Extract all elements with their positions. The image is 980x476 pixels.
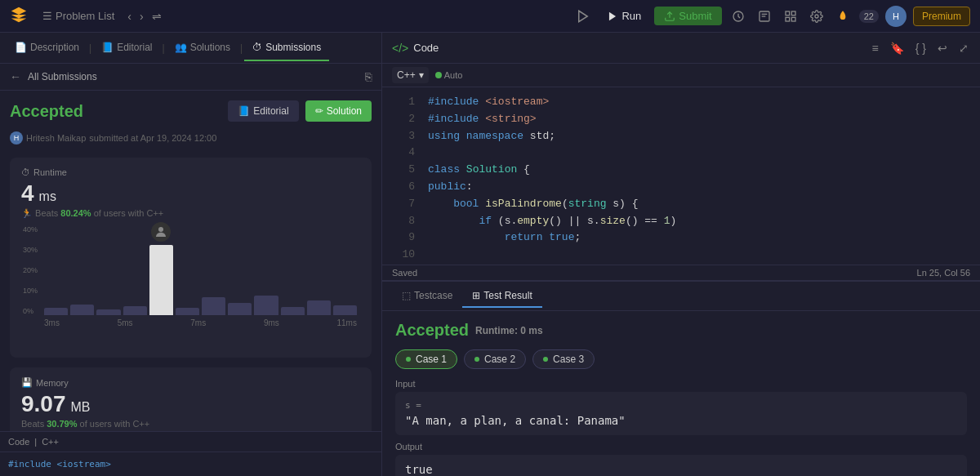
runtime-chart: 40% 30% 20% 10% 0% xyxy=(21,225,360,348)
submitted-at: submitted at Apr 19, 2024 12:00 xyxy=(89,133,216,143)
chart-bar-12 xyxy=(333,305,357,315)
code-line-7: 7 bool isPalindrome(string s) { xyxy=(382,196,980,213)
expand-btn[interactable]: ⤢ xyxy=(957,40,970,56)
chart-bar-4 xyxy=(123,306,147,315)
auto-label: Auto xyxy=(444,70,463,80)
case-3-tab[interactable]: Case 3 xyxy=(532,349,595,369)
testcase-tab[interactable]: ⬚ Testcase xyxy=(392,285,462,308)
tab-sep-2: | xyxy=(161,42,167,54)
bottom-tabs: ⬚ Testcase ⊞ Test Result xyxy=(382,282,980,311)
code-footer: Code | C++ xyxy=(0,431,381,452)
debug-icon-btn[interactable] xyxy=(572,6,594,27)
code-footer-sep: | xyxy=(34,437,37,447)
code-line-11: 11 string str; xyxy=(382,264,980,265)
svg-point-11 xyxy=(815,15,818,18)
language-selector[interactable]: C++ ▾ xyxy=(392,67,429,83)
logo[interactable] xyxy=(10,6,28,27)
chart-bar-1 xyxy=(44,308,68,315)
format-btn[interactable]: ≡ xyxy=(871,40,880,56)
premium-button[interactable]: Premium xyxy=(913,7,970,26)
memory-icon: 💾 xyxy=(21,377,33,388)
memory-card: 💾 Memory 9.07 MB Beats 30.79% of users w… xyxy=(10,367,372,431)
solution-btn-icon: ✏ xyxy=(315,105,323,117)
output-box: true xyxy=(395,455,967,476)
code-editor-title: Code xyxy=(413,42,439,54)
chart-bar-7 xyxy=(202,297,225,315)
grid-icon-btn[interactable] xyxy=(781,7,800,26)
testresult-tab[interactable]: ⊞ Test Result xyxy=(462,285,541,308)
case-2-dot xyxy=(474,357,479,362)
input-value: "A man, a plan, a canal: Panama" xyxy=(405,414,957,427)
chart-tooltip xyxy=(151,222,171,242)
undo-btn[interactable]: ↩ xyxy=(936,40,949,56)
run-button[interactable]: Run xyxy=(600,7,648,25)
copy-icon[interactable]: ⎘ xyxy=(365,70,372,83)
svg-rect-7 xyxy=(786,11,790,16)
code-editor-area[interactable]: 1 #include <iostream> 2 #include <string… xyxy=(382,87,980,265)
left-panel: 📄 Description | 📘 Editorial | 👥 Solution… xyxy=(0,33,382,476)
timer-icon-btn[interactable] xyxy=(728,7,748,26)
output-value: true xyxy=(405,463,957,476)
bookmark-btn[interactable]: 🔖 xyxy=(889,40,906,56)
user-avatar-small: H xyxy=(10,131,23,145)
chart-bar-2 xyxy=(70,305,94,315)
case-2-tab[interactable]: Case 2 xyxy=(464,349,526,369)
chart-bar-3 xyxy=(96,309,120,315)
notes-icon-btn[interactable] xyxy=(755,7,774,26)
lang-bar: C++ ▾ Auto xyxy=(382,64,980,87)
prev-problem-button[interactable]: ‹ xyxy=(124,8,135,24)
memory-pct: 30.79% xyxy=(47,419,77,429)
lang-label: C++ xyxy=(397,69,416,81)
memory-label: 💾 Memory xyxy=(21,377,360,388)
code-line-2: 2 #include <string> xyxy=(382,111,980,128)
code-footer-label: Code xyxy=(8,437,29,447)
input-label: Input xyxy=(395,379,967,389)
input-var: s = xyxy=(405,400,957,411)
code-preview: #include <iostream> xyxy=(0,452,381,476)
submissions-header: ← All Submissions ⎘ xyxy=(0,64,381,91)
chart-bar-6 xyxy=(176,308,199,315)
result-accepted: Accepted Runtime: 0 ms xyxy=(395,321,967,340)
shuffle-button[interactable]: ⇌ xyxy=(147,8,167,24)
tab-editorial[interactable]: 📘 Editorial xyxy=(93,35,160,61)
tab-solutions[interactable]: 👥 Solutions xyxy=(167,35,238,61)
case-1-tab[interactable]: Case 1 xyxy=(395,349,457,369)
code-line-1: 1 #include <iostream> xyxy=(382,94,980,111)
chart-bar-11 xyxy=(307,300,331,315)
case-tabs: Case 1 Case 2 Case 3 xyxy=(395,349,967,369)
user-avatar[interactable]: H xyxy=(885,6,906,27)
code-style-btn[interactable]: { } xyxy=(914,40,928,56)
description-icon: 📄 xyxy=(15,42,27,53)
fire-icon xyxy=(833,7,853,26)
code-line-5: 5 class Solution { xyxy=(382,162,980,179)
chart-bar-5-highlight xyxy=(149,245,173,315)
chart-bar-8 xyxy=(228,303,252,315)
code-toolbar: ≡ 🔖 { } ↩ ⤢ xyxy=(871,40,970,56)
problem-list-button[interactable]: ☰ Problem List xyxy=(36,7,121,25)
svg-marker-0 xyxy=(579,11,588,22)
submit-button[interactable]: Submit xyxy=(654,7,721,25)
tab-description[interactable]: 📄 Description xyxy=(7,35,87,61)
runtime-unit: ms xyxy=(39,189,56,204)
editorial-button[interactable]: 📘 Editorial xyxy=(228,100,298,122)
svg-marker-1 xyxy=(609,11,616,20)
tab-submissions[interactable]: ⏱ Submissions xyxy=(244,35,329,61)
code-bracket-icon: </> xyxy=(392,42,408,55)
runtime-pct: 80.24% xyxy=(60,208,91,218)
streak-count: 22 xyxy=(859,10,879,23)
beats-icon: 🏃 xyxy=(21,208,33,218)
settings-icon-btn[interactable] xyxy=(807,7,826,26)
chart-x-labels: 3ms 5ms 7ms 9ms 11ms xyxy=(21,315,360,327)
chevron-down-icon: ▾ xyxy=(419,69,424,81)
memory-unit: MB xyxy=(71,400,91,415)
next-problem-button[interactable]: › xyxy=(136,8,147,24)
testcase-tab-icon: ⬚ xyxy=(402,290,411,301)
clock-icon: ⏱ xyxy=(21,167,30,177)
code-line-3: 3 using namespace std; xyxy=(382,128,980,145)
right-panel: </> Code ≡ 🔖 { } ↩ ⤢ C++ ▾ Auto xyxy=(382,33,980,476)
code-line-9: 9 return true; xyxy=(382,229,980,247)
back-button[interactable]: ← xyxy=(10,70,21,83)
svg-rect-9 xyxy=(786,17,790,21)
svg-rect-10 xyxy=(791,17,795,21)
solution-button[interactable]: ✏ Solution xyxy=(305,100,372,122)
